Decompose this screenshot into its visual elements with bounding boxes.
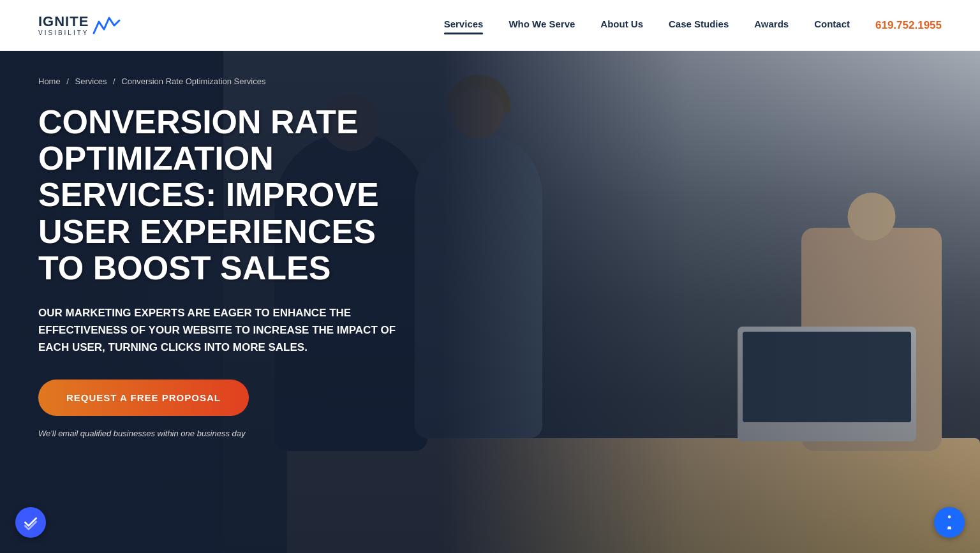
breadcrumb-home[interactable]: Home <box>38 77 61 86</box>
chat-button[interactable] <box>15 507 46 538</box>
logo[interactable]: IGNITE VISIBILITY <box>38 15 123 36</box>
breadcrumb-sep2: / <box>113 77 115 86</box>
hero-subtitle: OUR MARKETING EXPERTS ARE EAGER TO ENHAN… <box>38 304 408 357</box>
accessibility-button[interactable] <box>934 507 965 538</box>
nav-item-case-studies[interactable]: Case Studies <box>669 18 729 32</box>
hero-title: CONVERSION RATE OPTIMIZATION SERVICES: I… <box>38 104 421 286</box>
accessibility-icon <box>941 514 958 531</box>
nav-phone[interactable]: 619.752.1955 <box>875 19 942 32</box>
hero-section: Home / Services / Conversion Rate Optimi… <box>0 51 980 553</box>
hero-content: Home / Services / Conversion Rate Optimi… <box>0 51 459 553</box>
nav-item-who-we-serve[interactable]: Who We Serve <box>509 18 575 32</box>
breadcrumb-current: Conversion Rate Optimization Services <box>121 77 265 86</box>
site-header: IGNITE VISIBILITY Services Who We Serve … <box>0 0 980 51</box>
nav-item-about-us[interactable]: About Us <box>600 18 643 32</box>
cta-note: We'll email qualified businesses within … <box>38 429 421 438</box>
main-nav: Services Who We Serve About Us Case Stud… <box>444 18 942 32</box>
svg-point-0 <box>948 515 951 518</box>
cta-button[interactable]: REQUEST A FREE PROPOSAL <box>38 380 249 416</box>
logo-name: IGNITE <box>38 15 89 29</box>
chat-icon <box>22 514 39 531</box>
logo-sub: VISIBILITY <box>38 30 89 36</box>
logo-icon <box>93 15 123 36</box>
breadcrumb: Home / Services / Conversion Rate Optimi… <box>38 77 421 86</box>
nav-item-services[interactable]: Services <box>444 18 484 32</box>
breadcrumb-services[interactable]: Services <box>75 77 107 86</box>
breadcrumb-sep1: / <box>66 77 69 86</box>
nav-item-contact[interactable]: Contact <box>814 18 850 32</box>
nav-item-awards[interactable]: Awards <box>754 18 789 32</box>
